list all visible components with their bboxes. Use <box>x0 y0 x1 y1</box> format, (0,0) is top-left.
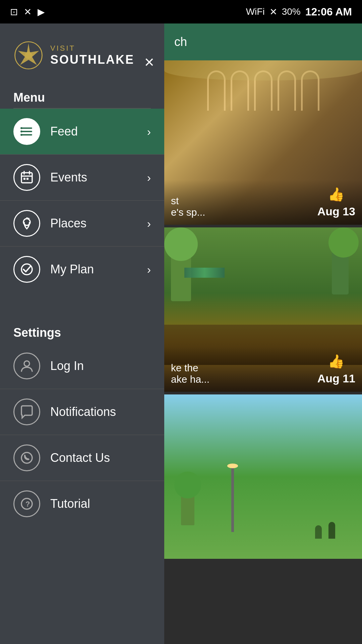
thumbs-up-icon-1: 👍 <box>328 186 345 202</box>
svg-rect-13 <box>23 178 25 180</box>
svg-point-8 <box>20 134 22 136</box>
contact-label: Contact Us <box>50 451 110 465</box>
events-icon <box>13 164 40 191</box>
svg-point-7 <box>20 130 22 132</box>
feed-card-2[interactable]: ke theake ha... 👍 Aug 11 <box>164 227 362 392</box>
status-bar-left: ⊡ ✕ ▶ <box>10 6 45 17</box>
logo-star-icon <box>13 40 44 70</box>
card-2-text: ke theake ha... <box>171 362 209 385</box>
svg-rect-14 <box>26 178 28 180</box>
feed-label: Feed <box>50 124 147 139</box>
notifications-icon <box>13 398 40 425</box>
image-icon: ⊡ <box>10 6 18 17</box>
myplan-arrow-icon: › <box>147 263 151 276</box>
menu-section: Menu <box>0 84 164 109</box>
card-1-footer: ste's sp... 👍 Aug 13 <box>164 180 362 225</box>
close-button[interactable]: × <box>144 54 154 70</box>
card-1-text: ste's sp... <box>171 195 205 218</box>
svg-point-6 <box>20 127 22 129</box>
svg-text:?: ? <box>25 500 30 508</box>
wifi-icon: WiFi <box>246 6 265 17</box>
login-icon <box>13 353 40 379</box>
feed-icon <box>13 118 40 145</box>
myplan-icon <box>13 256 40 283</box>
feed-arrow-icon: › <box>147 125 151 138</box>
notifications-label: Notifications <box>50 405 116 419</box>
settings-item-contact[interactable]: Contact Us <box>0 435 164 481</box>
x-icon: ✕ <box>24 6 32 17</box>
events-label: Events <box>50 170 147 184</box>
logo-text: VISIT SOUTHLAKE <box>50 44 134 67</box>
side-drawer: VISIT SOUTHLAKE × Menu Feed › <box>0 23 164 644</box>
events-arrow-icon: › <box>147 171 151 184</box>
card-2-date: Aug 11 <box>317 372 355 385</box>
settings-item-notifications[interactable]: Notifications <box>0 389 164 435</box>
login-label: Log In <box>50 359 84 373</box>
places-label: Places <box>50 216 147 230</box>
svg-point-2 <box>25 52 32 59</box>
menu-label: Menu <box>13 91 151 105</box>
status-bar-right: WiFi ✕ 30% 12:06 AM <box>246 6 352 18</box>
settings-label: Settings <box>13 326 151 340</box>
tutorial-icon: ? <box>13 490 40 517</box>
card-2-date-section: 👍 Aug 11 <box>317 354 355 385</box>
battery-level: 30% <box>282 6 301 17</box>
settings-section: Settings <box>0 319 164 340</box>
card-1-date: Aug 13 <box>317 205 355 218</box>
thumbs-up-icon-2: 👍 <box>328 354 345 369</box>
menu-item-places[interactable]: Places › <box>0 201 164 247</box>
play-store-icon: ▶ <box>38 6 45 17</box>
search-bar[interactable]: ch <box>164 23 362 60</box>
status-bar: ⊡ ✕ ▶ WiFi ✕ 30% 12:06 AM <box>0 0 362 23</box>
logo-southlake-label: SOUTHLAKE <box>50 53 134 67</box>
card-2-footer: ke theake ha... 👍 Aug 11 <box>164 347 362 392</box>
signal-icon: ✕ <box>269 6 277 17</box>
menu-item-myplan[interactable]: My Plan › <box>0 247 164 292</box>
myplan-label: My Plan <box>50 262 147 276</box>
contact-icon <box>13 444 40 471</box>
menu-spacer <box>0 292 164 319</box>
places-arrow-icon: › <box>147 217 151 230</box>
card-1-date-section: 👍 Aug 13 <box>317 186 355 218</box>
feed-content: ste's sp... 👍 Aug 13 ke theake ha... 👍 A… <box>164 60 362 644</box>
feed-card-3[interactable] <box>164 394 362 559</box>
settings-item-tutorial[interactable]: ? Tutorial <box>0 481 164 527</box>
feed-card-1[interactable]: ste's sp... 👍 Aug 13 <box>164 60 362 225</box>
settings-item-login[interactable]: Log In <box>0 343 164 389</box>
logo-area: VISIT SOUTHLAKE <box>0 23 164 84</box>
logo-visit-label: VISIT <box>50 44 134 53</box>
search-text: ch <box>174 35 187 49</box>
clock: 12:06 AM <box>305 6 352 18</box>
menu-item-feed[interactable]: Feed › <box>0 109 164 155</box>
tutorial-label: Tutorial <box>50 497 90 511</box>
svg-point-19 <box>24 361 29 366</box>
places-icon <box>13 210 40 237</box>
menu-item-events[interactable]: Events › <box>0 155 164 201</box>
